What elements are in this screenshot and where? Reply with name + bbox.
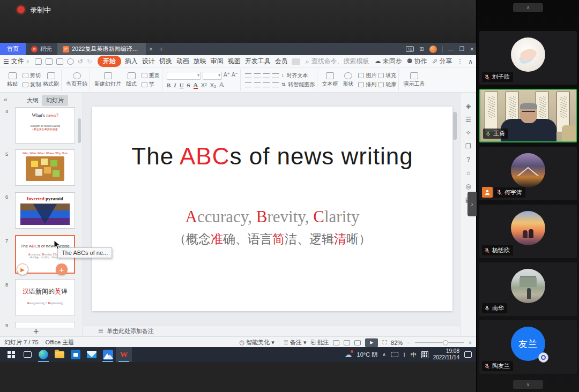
- minimize-button[interactable]: —: [448, 46, 454, 52]
- outline-button[interactable]: 轮廓: [385, 81, 396, 88]
- justify-icon[interactable]: [272, 82, 279, 87]
- normal-view-icon[interactable]: [333, 340, 339, 345]
- notification-center-icon[interactable]: [464, 351, 472, 358]
- account-avatar[interactable]: [429, 46, 437, 53]
- zoom-in-button[interactable]: +: [469, 340, 472, 346]
- superscript-button[interactable]: X²: [201, 82, 207, 88]
- fill-button[interactable]: 填充: [385, 72, 396, 79]
- arrange-button[interactable]: 排列: [366, 81, 376, 88]
- help-icon[interactable]: ?: [466, 156, 470, 163]
- scroll-up-button[interactable]: ∧: [513, 3, 543, 12]
- weather-icon[interactable]: ☁: [345, 350, 352, 359]
- font-color-button[interactable]: A: [194, 81, 198, 89]
- close-tab-icon[interactable]: ×: [146, 43, 156, 55]
- line-spacing-icon[interactable]: ⇅: [281, 82, 286, 87]
- comments-button[interactable]: ⎗ 批注: [311, 338, 329, 346]
- thumbnail-play-button[interactable]: ▶: [17, 263, 28, 275]
- slideshow-play-button[interactable]: ▶: [365, 338, 378, 347]
- slide-thumbnail-5[interactable]: Who, What, When, Where, Why, How: [15, 149, 75, 186]
- menu-tab-animation[interactable]: 动画: [176, 56, 190, 67]
- theme-name[interactable]: Office 主题: [46, 338, 75, 346]
- number-list-icon[interactable]: [254, 73, 261, 78]
- text-direction-icon[interactable]: ↕: [281, 73, 284, 78]
- network-icon[interactable]: ⌇: [403, 352, 406, 358]
- toolbox-icon[interactable]: ⌂: [466, 169, 470, 177]
- menu-tab-slideshow[interactable]: 放映: [193, 56, 207, 67]
- sync-status[interactable]: ☁ 未同步: [374, 57, 402, 66]
- thumbnail-scrollbar[interactable]: [78, 118, 81, 143]
- subscript-button[interactable]: X₂: [210, 82, 217, 88]
- zoom-slider-knob[interactable]: [443, 340, 448, 345]
- menu-tab-view[interactable]: 视图: [227, 56, 241, 67]
- microsoft-store-icon[interactable]: [68, 347, 84, 362]
- bold-button[interactable]: B: [167, 82, 170, 88]
- text-effects-button[interactable]: 𝔸: [219, 81, 224, 88]
- save-icon[interactable]: [35, 58, 42, 65]
- increase-indent-icon[interactable]: [272, 73, 279, 78]
- add-slide-button[interactable]: +: [33, 326, 39, 336]
- ime-indicator[interactable]: 中: [411, 351, 417, 359]
- align-center-icon[interactable]: [254, 82, 261, 87]
- strikethrough-button[interactable]: S: [187, 82, 190, 88]
- collapse-panel-icon[interactable]: «: [4, 96, 8, 103]
- menu-tab-developer[interactable]: 开发工具: [244, 56, 271, 67]
- textbox-button[interactable]: 文本框: [322, 72, 338, 88]
- task-view-button[interactable]: [19, 347, 35, 362]
- underline-button[interactable]: U: [180, 82, 184, 88]
- zoom-out-button[interactable]: −: [407, 340, 410, 346]
- slide-7[interactable]: The ABCs of news writing Accuracy, Brevi…: [92, 107, 452, 311]
- single-window-icon[interactable]: 1▯: [406, 46, 414, 52]
- reset-button[interactable]: 重置: [142, 72, 160, 79]
- font-size-select[interactable]: [203, 72, 222, 80]
- copy-button[interactable]: 复制: [23, 81, 41, 88]
- close-window-button[interactable]: ×: [470, 45, 474, 53]
- effects-icon[interactable]: ✧: [465, 129, 471, 137]
- tab-home[interactable]: 首页: [0, 43, 26, 55]
- wps-office-icon[interactable]: W: [116, 347, 132, 362]
- presentation-tools-button[interactable]: 演示工具: [403, 72, 425, 88]
- smart-beautify-button[interactable]: ◷ 智能美化 ▾: [239, 338, 274, 346]
- decrease-font-icon[interactable]: A⁻: [232, 72, 238, 80]
- increase-font-icon[interactable]: A⁺: [224, 72, 230, 80]
- tab-slides[interactable]: 幻灯片: [42, 95, 68, 106]
- decrease-indent-icon[interactable]: [263, 73, 270, 78]
- canvas-scrollbar[interactable]: [453, 112, 457, 140]
- menu-tab-design[interactable]: 设计: [142, 56, 155, 67]
- align-left-icon[interactable]: [245, 82, 251, 87]
- touchpad-icon[interactable]: [391, 352, 398, 357]
- tab-document[interactable]: P 2022复旦英语新闻编译讲座.pptx: [57, 43, 146, 55]
- picture-button[interactable]: 图片: [366, 72, 376, 79]
- start-button[interactable]: [3, 347, 19, 362]
- paste-button[interactable]: 粘贴: [4, 72, 20, 88]
- more-menu-icon[interactable]: ⋮: [457, 58, 463, 65]
- tab-docer[interactable]: d 稻壳: [26, 43, 57, 55]
- menu-tab-insert[interactable]: 插入: [124, 56, 138, 67]
- reading-view-icon[interactable]: [354, 340, 361, 345]
- slide-sorter-icon[interactable]: [344, 340, 350, 345]
- participant-tile[interactable]: 何宇涛: [479, 147, 577, 200]
- window-grid-icon[interactable]: ⊞: [419, 46, 424, 52]
- font-name-select[interactable]: [167, 72, 201, 80]
- new-slide-button[interactable]: 新建幻灯片: [94, 72, 121, 88]
- participant-tile[interactable]: 南华: [479, 262, 577, 316]
- restore-button[interactable]: ❐: [459, 46, 465, 52]
- object-properties-icon[interactable]: ☰: [465, 116, 471, 123]
- menu-tab-transition[interactable]: 切换: [159, 56, 173, 67]
- bullet-list-icon[interactable]: [245, 73, 251, 78]
- slide-thumbnail-9[interactable]: [15, 322, 75, 328]
- collaborate-button[interactable]: ⚉ 协作: [407, 57, 427, 66]
- notes-bar[interactable]: ☰ 单击此处添加备注: [83, 326, 460, 336]
- collapse-ribbon-icon[interactable]: ∧: [468, 58, 473, 65]
- slide-thumbnail-6[interactable]: Inverted pyramid: [15, 192, 75, 229]
- thumbnail-add-button[interactable]: +: [56, 263, 68, 275]
- menu-tab-review[interactable]: 审阅: [210, 56, 224, 67]
- scroll-down-button[interactable]: ∨: [513, 380, 543, 389]
- print-preview-icon[interactable]: [67, 58, 74, 65]
- participant-tile[interactable]: 杨恬欣: [479, 205, 577, 258]
- participant-tile-speaking[interactable]: 王勇: [479, 89, 577, 142]
- layout-button[interactable]: 版式: [123, 72, 139, 88]
- undo-icon[interactable]: ↺: [78, 58, 83, 65]
- panel-expand-handle[interactable]: ›: [467, 192, 477, 216]
- section-button[interactable]: 节: [142, 81, 160, 88]
- edge-browser-icon[interactable]: [35, 347, 51, 362]
